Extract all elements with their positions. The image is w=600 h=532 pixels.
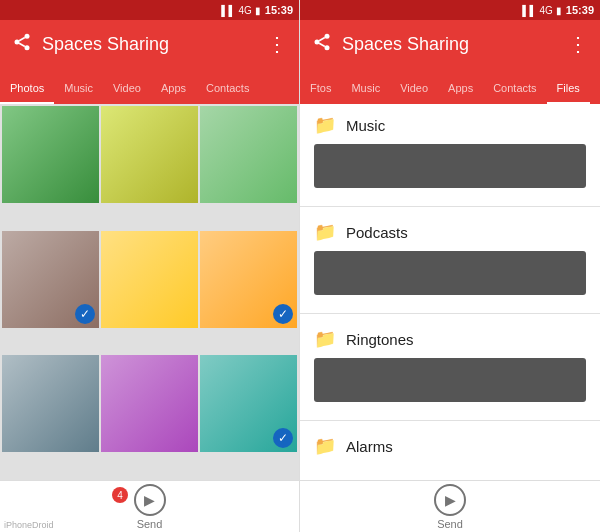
right-send-circle-icon: ▶: [434, 484, 466, 516]
folder-alarms-name: Alarms: [346, 438, 393, 455]
photo-3[interactable]: [200, 106, 297, 203]
photo-4[interactable]: ✓: [2, 231, 99, 328]
right-app-header: Spaces Sharing ⋮: [300, 20, 600, 68]
right-status-icons: ▌▌ 4G ▮: [522, 5, 562, 16]
folder-music-icon: 📁: [314, 114, 336, 136]
tab-apps-left[interactable]: Apps: [151, 74, 196, 104]
svg-line-8: [319, 43, 325, 46]
divider-2: [300, 313, 600, 314]
folder-music-header: 📁 Music: [314, 114, 586, 136]
svg-point-0: [25, 33, 30, 38]
right-status-bar: ▌▌ 4G ▮ 15:39: [300, 0, 600, 20]
photo-1[interactable]: [2, 106, 99, 203]
folder-podcasts[interactable]: 📁 Podcasts: [300, 211, 600, 309]
check-icon-4: ✓: [75, 304, 95, 324]
right-send-label: Send: [437, 518, 463, 530]
photo-7[interactable]: [2, 355, 99, 452]
right-battery-icon: ▮: [556, 5, 562, 16]
svg-point-5: [325, 33, 330, 38]
tab-files[interactable]: Files: [547, 74, 590, 104]
left-send-label: Send: [137, 518, 163, 530]
watermark: iPhoneDroid: [4, 520, 54, 530]
svg-line-4: [19, 37, 25, 40]
right-send-button[interactable]: ▶ Send: [434, 484, 466, 530]
signal-icon: ▌▌: [221, 5, 235, 16]
check-icon-6: ✓: [273, 304, 293, 324]
left-time: 15:39: [265, 4, 293, 16]
right-network-icon: 4G: [540, 5, 553, 16]
divider-3: [300, 420, 600, 421]
left-panel: ▌▌ 4G ▮ 15:39 Spaces Sharing ⋮ Photos Mu…: [0, 0, 300, 532]
folder-music-preview: [314, 144, 586, 188]
tab-music-right[interactable]: Music: [341, 74, 390, 104]
network-icon: 4G: [239, 5, 252, 16]
tab-music-left[interactable]: Music: [54, 74, 103, 104]
divider-1: [300, 206, 600, 207]
folder-podcasts-name: Podcasts: [346, 224, 408, 241]
left-status-bar: ▌▌ 4G ▮ 15:39: [0, 0, 299, 20]
left-app-header: Spaces Sharing ⋮: [0, 20, 299, 68]
folder-music[interactable]: 📁 Music: [300, 104, 600, 202]
tab-contacts-left[interactable]: Contacts: [196, 74, 259, 104]
files-list: 📁 Music 📁 Podcasts 📁 Ringtones 📁: [300, 104, 600, 480]
right-signal-icon: ▌▌: [522, 5, 536, 16]
photo-5[interactable]: [101, 231, 198, 328]
svg-point-2: [25, 45, 30, 50]
left-bottom-bar: 4 ▶ Send iPhoneDroid: [0, 480, 299, 532]
right-app-title: Spaces Sharing: [342, 34, 558, 55]
check-icon-9: ✓: [273, 428, 293, 448]
svg-point-6: [315, 39, 320, 44]
send-circle-icon: ▶: [134, 484, 166, 516]
folder-alarms-header: 📁 Alarms: [314, 435, 586, 457]
tab-contacts-right[interactable]: Contacts: [483, 74, 546, 104]
folder-ringtones-icon: 📁: [314, 328, 336, 350]
tab-video-right[interactable]: Video: [390, 74, 438, 104]
svg-line-3: [19, 43, 25, 46]
photos-grid: ✓ ✓ ✓: [0, 104, 299, 480]
folder-ringtones[interactable]: 📁 Ringtones: [300, 318, 600, 416]
photo-8[interactable]: [101, 355, 198, 452]
left-app-title: Spaces Sharing: [42, 34, 257, 55]
right-panel: ▌▌ 4G ▮ 15:39 Spaces Sharing ⋮ Ftos Musi…: [300, 0, 600, 532]
left-share-icon: [12, 32, 32, 57]
tab-apps-right[interactable]: Apps: [438, 74, 483, 104]
selection-badge: 4: [112, 487, 128, 503]
right-tabs: Ftos Music Video Apps Contacts Files: [300, 68, 600, 104]
folder-podcasts-icon: 📁: [314, 221, 336, 243]
battery-icon: ▮: [255, 5, 261, 16]
right-time: 15:39: [566, 4, 594, 16]
folder-podcasts-preview: [314, 251, 586, 295]
right-more-icon[interactable]: ⋮: [568, 32, 588, 56]
folder-ringtones-name: Ringtones: [346, 331, 414, 348]
svg-point-1: [15, 39, 20, 44]
folder-alarms-icon: 📁: [314, 435, 336, 457]
photo-9[interactable]: ✓: [200, 355, 297, 452]
photo-6[interactable]: ✓: [200, 231, 297, 328]
tab-ftos[interactable]: Ftos: [300, 74, 341, 104]
left-status-icons: ▌▌ 4G ▮: [221, 5, 261, 16]
right-bottom-bar: ▶ Send: [300, 480, 600, 532]
folder-podcasts-header: 📁 Podcasts: [314, 221, 586, 243]
svg-point-7: [325, 45, 330, 50]
tab-video-left[interactable]: Video: [103, 74, 151, 104]
tab-photos[interactable]: Photos: [0, 74, 54, 104]
folder-alarms[interactable]: 📁 Alarms: [300, 425, 600, 475]
svg-line-9: [319, 37, 325, 40]
folder-ringtones-header: 📁 Ringtones: [314, 328, 586, 350]
right-share-icon: [312, 32, 332, 57]
left-send-button[interactable]: ▶ Send: [134, 484, 166, 530]
photo-2[interactable]: [101, 106, 198, 203]
folder-music-name: Music: [346, 117, 385, 134]
left-tabs: Photos Music Video Apps Contacts: [0, 68, 299, 104]
folder-ringtones-preview: [314, 358, 586, 402]
left-more-icon[interactable]: ⋮: [267, 32, 287, 56]
